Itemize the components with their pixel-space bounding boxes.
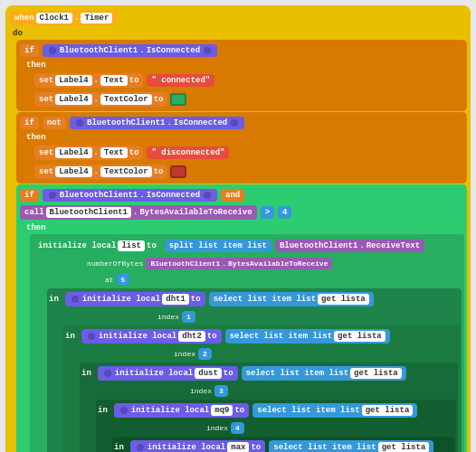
init-dht2-block[interactable]: initialize local dht2 to [81, 329, 222, 344]
timer-event[interactable]: Timer [81, 13, 112, 24]
set1-block[interactable]: set Label4 . Text to [34, 73, 143, 88]
at-value[interactable]: 5 [117, 274, 130, 286]
set1c-prop[interactable]: TextColor [100, 94, 152, 105]
do-row: do [9, 29, 467, 38]
dht1-index-row: index 1 [157, 310, 460, 324]
in-dht1-section: in initialize local dht1 to select list … [47, 288, 462, 452]
init-mq9-var[interactable]: mq9 [211, 405, 233, 416]
select-mq9-get[interactable]: get lista [362, 405, 414, 416]
bt1-prop: IsConnected [147, 46, 200, 55]
bt3-dot: . [139, 191, 144, 200]
value4-block[interactable]: 4 [278, 206, 291, 219]
in-dust-kw: in [81, 369, 91, 378]
init-dht1-block[interactable]: initialize local dht1 to [65, 292, 205, 306]
if3-block[interactable]: if [20, 189, 39, 202]
green-color-swatch[interactable] [170, 93, 186, 106]
not-block[interactable]: not [43, 117, 66, 129]
select-dust-block[interactable]: select list item list get lista [242, 366, 406, 381]
canvas: when Clock1 . Timer do if Blue [0, 0, 476, 452]
set1-color-row: set Label4 . TextColor to [33, 91, 464, 108]
set1c-kw: set [39, 95, 53, 104]
set2-prop[interactable]: Text [100, 147, 128, 158]
call-bytes-block[interactable]: call BluetoothClient1 . BytesAvailableTo… [20, 205, 257, 220]
select-dust-kw: select list item list [246, 369, 348, 378]
main-event-block: when Clock1 . Timer do if Blue [5, 5, 471, 452]
set2c-target[interactable]: Label4 [55, 166, 91, 177]
init-var[interactable]: list [118, 240, 145, 251]
then1-label: then [26, 61, 46, 70]
red-color-swatch[interactable] [170, 165, 186, 178]
set1-to: to [129, 76, 139, 85]
select-dht2-block[interactable]: select list item list get lista [225, 329, 390, 344]
when-label: when [14, 14, 34, 23]
when-block[interactable]: when Clock1 . Timer [10, 11, 117, 25]
dht1-index-val[interactable]: 1 [182, 311, 195, 323]
and-block[interactable]: and [221, 189, 244, 202]
init-max-var[interactable]: max [227, 442, 249, 452]
set2-target[interactable]: Label4 [55, 147, 91, 158]
set1-prop[interactable]: Text [100, 75, 128, 86]
init-dht1-var[interactable]: dht1 [162, 294, 189, 305]
init-local-block[interactable]: initialize local list to [33, 239, 161, 253]
set1-target[interactable]: Label4 [55, 75, 91, 86]
init-local-row: initialize local list to split list item… [33, 238, 462, 254]
mq9-index-val[interactable]: 4 [231, 422, 244, 434]
bt3-notch2 [204, 192, 211, 199]
if1-section: if BluetoothClient1 . IsConnected then [16, 40, 467, 111]
init-max-kw: initialize local [148, 443, 225, 452]
dot-separator: . [74, 14, 79, 23]
call-bytes2-dot: . [222, 259, 226, 268]
bt1-connected-block[interactable]: BluetoothClient1 . IsConnected [43, 44, 217, 57]
in-mq9-section: in initialize local mq9 to [96, 400, 456, 452]
init-dht1-notch [71, 296, 79, 303]
then3-label: then [26, 223, 46, 232]
select-dust-get[interactable]: get lista [350, 368, 402, 379]
select-mq9-block[interactable]: select list item list get lista [252, 403, 417, 418]
in-max-kw: in [114, 443, 124, 452]
split-kw: split list item list [169, 241, 267, 250]
set2-color-block[interactable]: set Label4 . TextColor to [34, 165, 167, 179]
connected-value[interactable]: " connected" [147, 74, 214, 87]
bt2-connected-block[interactable]: BluetoothClient1 . IsConnected [70, 117, 244, 129]
init-dht2-kw: initialize local [99, 332, 176, 341]
set2-block[interactable]: set Label4 . Text to [34, 146, 143, 160]
if2-section: if not BluetoothClient1 . IsConnected [16, 112, 467, 184]
disconnected-value[interactable]: " disconnected" [147, 146, 229, 159]
dust-index-val[interactable]: 3 [214, 385, 228, 397]
init-mq9-block[interactable]: initialize local mq9 to [114, 403, 249, 418]
dht2-index-val[interactable]: 2 [198, 348, 212, 360]
in-dht2-row: in initialize local dht2 to select list … [65, 328, 458, 344]
value4-text: 4 [282, 208, 287, 217]
select-dht1-kw: select list item list [214, 295, 316, 304]
set2c-prop[interactable]: TextColor [100, 166, 152, 177]
call-bytes2-block[interactable]: BluetoothClient1 . BytesAvailableToRecei… [146, 258, 332, 269]
call-comp[interactable]: BluetoothClient1 [46, 207, 131, 218]
in-dht2-kw: in [65, 332, 75, 341]
split-block[interactable]: split list item list [165, 240, 271, 252]
call-receive-block[interactable]: BluetoothClient1 . ReceiveText [275, 240, 424, 252]
select-dht1-block[interactable]: select list item list get lista [209, 292, 374, 306]
if1-block[interactable]: if [20, 44, 39, 57]
select-max-get[interactable]: get lista [378, 442, 430, 452]
init-mq9-to: to [234, 406, 244, 415]
init-dust-block[interactable]: initialize local dust to [98, 366, 238, 381]
set1c-target[interactable]: Label4 [55, 94, 91, 105]
init-kw: initialize local [38, 241, 116, 250]
if2-block[interactable]: if [20, 117, 39, 129]
clock1-component[interactable]: Clock1 [36, 13, 72, 24]
init-max-block[interactable]: initialize local max to [130, 440, 265, 452]
init-dht2-var[interactable]: dht2 [178, 331, 205, 342]
init-to: to [147, 241, 157, 250]
gt-sym: > [265, 208, 270, 217]
select-dht1-get[interactable]: get lista [318, 294, 369, 305]
call-receive-dot: . [359, 241, 364, 250]
bt3-connected-block[interactable]: BluetoothClient1 . IsConnected [43, 189, 217, 202]
select-dht2-get[interactable]: get lista [334, 331, 386, 342]
mq9-index-label: index [206, 424, 228, 432]
select-max-block[interactable]: select list item list get lista [269, 440, 433, 452]
bt2-dot: . [167, 118, 171, 127]
set2-kw: set [39, 148, 53, 157]
init-dust-var[interactable]: dust [195, 368, 222, 379]
set1-color-block[interactable]: set Label4 . TextColor to [34, 92, 167, 107]
split-at-row: at 5 [105, 273, 462, 287]
